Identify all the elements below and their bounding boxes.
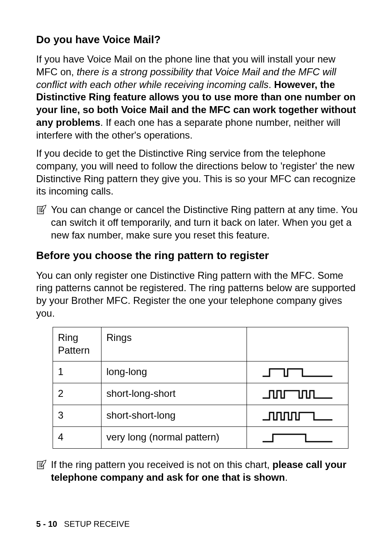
cell-desc: short-short-long: [101, 405, 247, 426]
cell-diagram: [247, 405, 348, 426]
cell-desc: short-long-short: [101, 383, 247, 405]
heading-voice-mail: Do you have Voice Mail?: [36, 33, 359, 46]
text: If the ring pattern you received is not …: [51, 459, 272, 470]
paragraph-one-pattern: You can only register one Distinctive Ri…: [36, 269, 359, 320]
table-row: 1 long-long: [53, 361, 348, 383]
paragraph-register-instructions: If you decide to get the Distinctive Rin…: [36, 147, 359, 198]
cell-diagram: [247, 361, 348, 383]
header-diagram: [247, 327, 348, 361]
note-icon: [36, 459, 48, 473]
cell-diagram: [247, 426, 348, 448]
header-rings: Rings: [101, 327, 247, 361]
text: .: [269, 79, 274, 90]
paragraph-voice-mail-intro: If you have Voice Mail on the phone line…: [36, 53, 359, 141]
note-change-cancel: You can change or cancel the Distinctive…: [36, 204, 359, 241]
note-text: If the ring pattern you received is not …: [51, 459, 359, 484]
text: .: [285, 472, 288, 483]
table-header-row: Ring Pattern Rings: [53, 327, 348, 361]
cell-diagram: [247, 383, 348, 405]
table-row: 4 very long (normal pattern): [53, 426, 348, 448]
cell-desc: very long (normal pattern): [101, 426, 247, 448]
footer-section: SETUP RECEIVE: [64, 519, 130, 528]
note-text: You can change or cancel the Distinctive…: [51, 204, 359, 241]
ring-pattern-table: Ring Pattern Rings 1 long-long 2 short-l…: [53, 327, 348, 448]
note-not-on-chart: If the ring pattern you received is not …: [36, 459, 359, 484]
cell-num: 3: [53, 405, 101, 426]
header-ring-pattern: Ring Pattern: [53, 327, 101, 361]
cell-num: 1: [53, 361, 101, 383]
table-row: 2 short-long-short: [53, 383, 348, 405]
table-row: 3 short-short-long: [53, 405, 348, 426]
heading-before-choose: Before you choose the ring pattern to re…: [36, 249, 359, 262]
cell-num: 2: [53, 383, 101, 405]
note-icon: [36, 204, 48, 218]
page-footer: 5 - 10 SETUP RECEIVE: [36, 519, 130, 530]
cell-desc: long-long: [101, 361, 247, 383]
footer-page-number: 5 - 10: [36, 519, 57, 528]
cell-num: 4: [53, 426, 101, 448]
